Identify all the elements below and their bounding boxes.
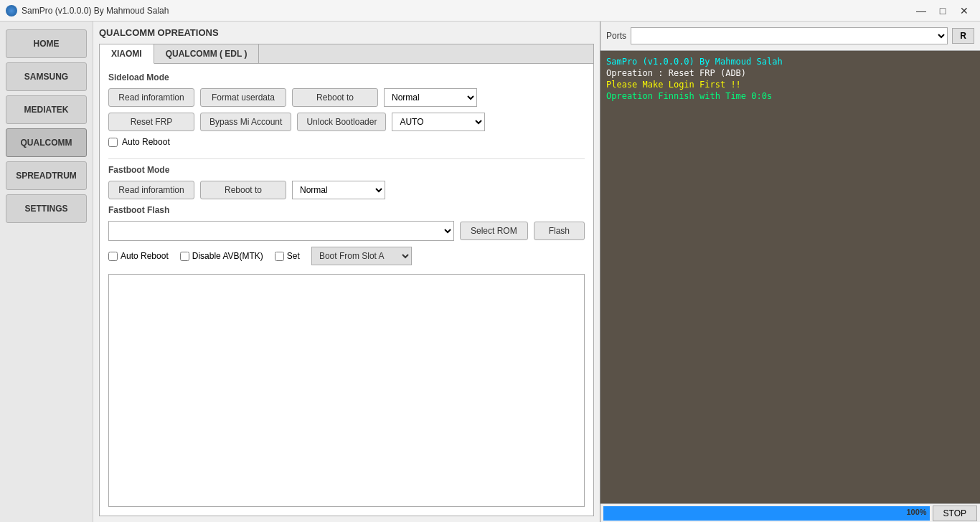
terminal-line: Please Make Login First !! [606, 80, 974, 90]
right-panel: Ports R SamPro (v1.0.0.0) By Mahmoud Sal… [600, 22, 980, 522]
fastboot-auto-reboot-item: Auto Reboot [108, 251, 169, 261]
titlebar-left: SamPro (v1.0.0.0) By Mahmoud Salah [6, 5, 169, 16]
progress-label: 100% [906, 508, 926, 516]
sideload-mode-label: Sideload Mode [108, 72, 585, 82]
terminal-line: Opreation Finnish with Time 0:0s [606, 91, 974, 101]
refresh-button[interactable]: R [952, 28, 974, 44]
reboot-to-button-sideload[interactable]: Reboot to [292, 88, 378, 107]
sidebar-item-mediatek[interactable]: MEDIATEK [6, 95, 87, 124]
app-icon [6, 5, 17, 16]
flash-row: Select ROM Flash [108, 221, 585, 241]
sidebar-item-settings[interactable]: SETTINGS [6, 194, 87, 223]
flash-button[interactable]: Flash [534, 222, 585, 240]
close-button[interactable]: ✕ [954, 3, 974, 19]
sidebar-item-home[interactable]: HOME [6, 29, 87, 58]
main-panel: XIAOMI QUALCOMM ( EDL ) Sideload Mode Re… [99, 44, 594, 516]
ports-label: Ports [606, 31, 626, 41]
fastboot-options-row: Auto Reboot Disable AVB(MTK) Set Boot Fr… [108, 247, 585, 265]
set-item: Set [275, 251, 300, 261]
set-label: Set [287, 251, 300, 261]
ports-row: Ports R [600, 22, 980, 51]
fastboot-flash-label: Fastboot Flash [108, 205, 585, 215]
progress-row: 100% STOP [600, 503, 980, 522]
tab-xiaomi[interactable]: XIAOMI [100, 44, 154, 64]
sidebar: HOME SAMSUNG MEDIATEK QUALCOMM SPREADTRU… [0, 22, 93, 522]
terminal-line: Opreation : Reset FRP (ADB) [606, 68, 974, 78]
sideload-auto-reboot-checkbox[interactable] [108, 138, 118, 147]
divider1 [108, 158, 585, 159]
read-info-button-fastboot[interactable]: Read inforamtion [108, 181, 194, 199]
main-container: HOME SAMSUNG MEDIATEK QUALCOMM SPREADTRU… [0, 22, 980, 522]
progress-bar-container: 100% [603, 506, 930, 521]
reboot-to-button-fastboot[interactable]: Reboot to [200, 181, 286, 199]
fastboot-auto-reboot-checkbox[interactable] [108, 252, 118, 261]
sideload-row1: Read inforamtion Format userdata Reboot … [108, 88, 585, 107]
section-title: QUALCOMM OPREATIONS [99, 27, 594, 38]
sidebar-item-qualcomm[interactable]: QUALCOMM [6, 128, 87, 157]
reboot-to-dropdown-fastboot[interactable]: Normal Fastboot Recovery [292, 181, 385, 199]
sidebar-item-samsung[interactable]: SAMSUNG [6, 62, 87, 91]
progress-bar-fill [603, 506, 930, 521]
maximize-button[interactable]: □ [933, 3, 953, 19]
set-checkbox[interactable] [275, 252, 284, 261]
read-info-button-sideload[interactable]: Read inforamtion [108, 88, 194, 107]
bypass-mi-account-button[interactable]: Bypass Mi Account [200, 113, 291, 131]
sideload-row2: Reset FRP Bypass Mi Account Unlock Bootl… [108, 113, 585, 131]
select-rom-button[interactable]: Select ROM [460, 222, 528, 240]
format-userdata-button[interactable]: Format userdata [200, 88, 286, 107]
tab-qualcomm-edl[interactable]: QUALCOMM ( EDL ) [154, 44, 260, 63]
titlebar-title: SamPro (v1.0.0.0) By Mahmoud Salah [22, 6, 169, 16]
rom-path-dropdown[interactable] [108, 221, 454, 241]
stop-button[interactable]: STOP [933, 506, 977, 521]
auto-manual-dropdown[interactable]: AUTO MANUAL [392, 113, 485, 131]
fastboot-mode-label: Fastboot Mode [108, 165, 585, 175]
reboot-to-dropdown-sideload[interactable]: Normal Fastboot Recovery EDL [384, 88, 477, 107]
boot-slot-dropdown[interactable]: Boot From Slot A Boot From Slot B [311, 247, 412, 265]
fastboot-auto-reboot-label: Auto Reboot [121, 251, 169, 261]
sideload-auto-reboot-label: Auto Reboot [122, 137, 170, 147]
log-area[interactable] [108, 274, 585, 507]
titlebar-controls: — □ ✕ [911, 3, 974, 19]
minimize-button[interactable]: — [911, 3, 931, 19]
terminal-line: SamPro (v1.0.0.0) By Mahmoud Salah [606, 57, 974, 67]
sideload-auto-reboot-row: Auto Reboot [108, 137, 585, 147]
reset-frp-button[interactable]: Reset FRP [108, 113, 194, 131]
unlock-bootloader-button[interactable]: Unlock Bootloader [297, 113, 386, 131]
titlebar: SamPro (v1.0.0.0) By Mahmoud Salah — □ ✕ [0, 0, 980, 22]
terminal: SamPro (v1.0.0.0) By Mahmoud SalahOpreat… [600, 51, 980, 503]
tabs: XIAOMI QUALCOMM ( EDL ) [100, 44, 593, 64]
content-area: QUALCOMM OPREATIONS XIAOMI QUALCOMM ( ED… [93, 22, 600, 522]
sidebar-item-spreadtrum[interactable]: SPREADTRUM [6, 161, 87, 190]
fastboot-row1: Read inforamtion Reboot to Normal Fastbo… [108, 181, 585, 199]
disable-avb-item: Disable AVB(MTK) [180, 251, 263, 261]
disable-avb-label: Disable AVB(MTK) [192, 251, 263, 261]
ports-dropdown[interactable] [631, 27, 948, 44]
disable-avb-checkbox[interactable] [180, 252, 189, 261]
tab-content-xiaomi: Sideload Mode Read inforamtion Format us… [100, 64, 593, 516]
